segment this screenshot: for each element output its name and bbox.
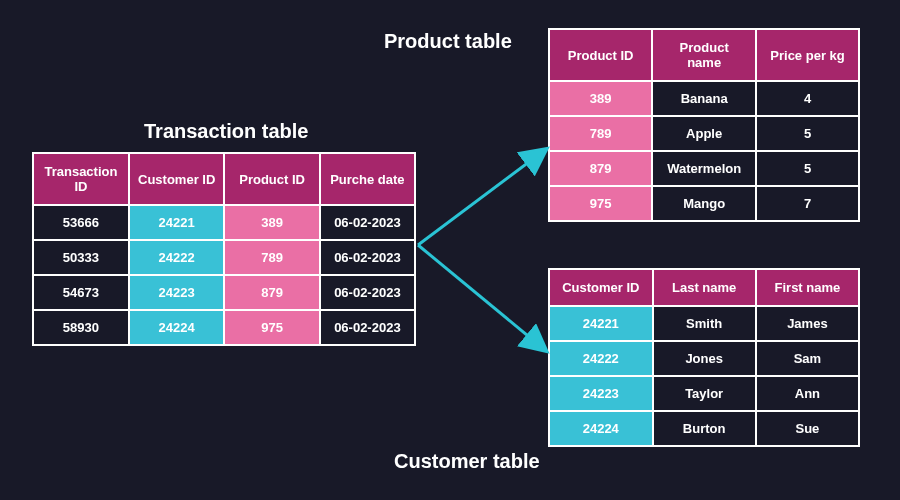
transaction-table: Transaction ID Customer ID Product ID Pu… bbox=[32, 152, 416, 346]
cell: 5 bbox=[756, 116, 859, 151]
col-customer-id: Customer ID bbox=[129, 153, 225, 205]
cell: Taylor bbox=[653, 376, 756, 411]
col-transaction-id: Transaction ID bbox=[33, 153, 129, 205]
cell: 4 bbox=[756, 81, 859, 116]
transaction-table-title: Transaction table bbox=[144, 120, 309, 143]
cell: Burton bbox=[653, 411, 756, 446]
table-row: 789 Apple 5 bbox=[549, 116, 859, 151]
cell: 7 bbox=[756, 186, 859, 221]
cell: 50333 bbox=[33, 240, 129, 275]
cell: 389 bbox=[549, 81, 652, 116]
cell: 58930 bbox=[33, 310, 129, 345]
table-header-row: Product ID Product name Price per kg bbox=[549, 29, 859, 81]
cell: 24223 bbox=[549, 376, 653, 411]
col-purchase-date: Purche date bbox=[320, 153, 415, 205]
table-row: 24221 Smith James bbox=[549, 306, 859, 341]
arrow-to-product-icon bbox=[418, 150, 545, 245]
cell: 24222 bbox=[549, 341, 653, 376]
table-row: 24224 Burton Sue bbox=[549, 411, 859, 446]
cell: 975 bbox=[549, 186, 652, 221]
table-row: 58930 24224 975 06-02-2023 bbox=[33, 310, 415, 345]
cell: 389 bbox=[224, 205, 319, 240]
cell: 789 bbox=[549, 116, 652, 151]
cell: 06-02-2023 bbox=[320, 275, 415, 310]
product-table-title: Product table bbox=[384, 30, 512, 53]
cell: 975 bbox=[224, 310, 319, 345]
cell: 06-02-2023 bbox=[320, 205, 415, 240]
cell: 24224 bbox=[549, 411, 653, 446]
cell: 24224 bbox=[129, 310, 225, 345]
col-product-id: Product ID bbox=[549, 29, 652, 81]
cell: Watermelon bbox=[652, 151, 756, 186]
cell: Jones bbox=[653, 341, 756, 376]
cell: 879 bbox=[549, 151, 652, 186]
cell: Sue bbox=[756, 411, 859, 446]
customer-table-title: Customer table bbox=[394, 450, 540, 473]
col-first-name: First name bbox=[756, 269, 859, 306]
cell: 24222 bbox=[129, 240, 225, 275]
cell: James bbox=[756, 306, 859, 341]
cell: Sam bbox=[756, 341, 859, 376]
table-row: 879 Watermelon 5 bbox=[549, 151, 859, 186]
cell: 24221 bbox=[549, 306, 653, 341]
table-header-row: Customer ID Last name First name bbox=[549, 269, 859, 306]
col-price-per-kg: Price per kg bbox=[756, 29, 859, 81]
arrow-to-customer-icon bbox=[418, 245, 545, 350]
cell: 06-02-2023 bbox=[320, 310, 415, 345]
cell: 5 bbox=[756, 151, 859, 186]
table-row: 389 Banana 4 bbox=[549, 81, 859, 116]
cell: 789 bbox=[224, 240, 319, 275]
col-product-name: Product name bbox=[652, 29, 756, 81]
col-product-id: Product ID bbox=[224, 153, 319, 205]
cell: 24221 bbox=[129, 205, 225, 240]
col-customer-id: Customer ID bbox=[549, 269, 653, 306]
cell: 06-02-2023 bbox=[320, 240, 415, 275]
cell: Ann bbox=[756, 376, 859, 411]
table-row: 53666 24221 389 06-02-2023 bbox=[33, 205, 415, 240]
col-last-name: Last name bbox=[653, 269, 756, 306]
customer-table: Customer ID Last name First name 24221 S… bbox=[548, 268, 860, 447]
product-table: Product ID Product name Price per kg 389… bbox=[548, 28, 860, 222]
cell: 879 bbox=[224, 275, 319, 310]
table-row: 24222 Jones Sam bbox=[549, 341, 859, 376]
table-row: 975 Mango 7 bbox=[549, 186, 859, 221]
cell: 54673 bbox=[33, 275, 129, 310]
table-row: 54673 24223 879 06-02-2023 bbox=[33, 275, 415, 310]
table-row: 50333 24222 789 06-02-2023 bbox=[33, 240, 415, 275]
cell: Banana bbox=[652, 81, 756, 116]
table-header-row: Transaction ID Customer ID Product ID Pu… bbox=[33, 153, 415, 205]
cell: Mango bbox=[652, 186, 756, 221]
cell: Apple bbox=[652, 116, 756, 151]
cell: 24223 bbox=[129, 275, 225, 310]
cell: Smith bbox=[653, 306, 756, 341]
cell: 53666 bbox=[33, 205, 129, 240]
table-row: 24223 Taylor Ann bbox=[549, 376, 859, 411]
